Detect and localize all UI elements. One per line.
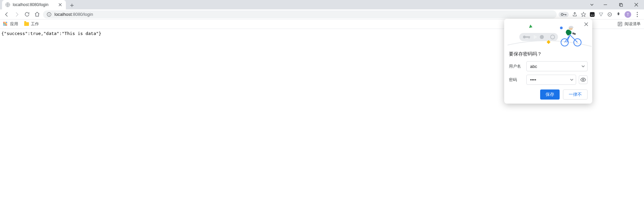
toolbar: localhost:8080/login T (0, 9, 644, 20)
bookmark-star-icon[interactable] (581, 12, 586, 17)
url-text: localhost:8080/login (54, 12, 93, 17)
svg-point-6 (591, 14, 592, 15)
username-label: 用户名 (509, 64, 523, 69)
reading-list-button[interactable]: 阅读清单 (617, 21, 641, 27)
browser-tab[interactable]: localhost:8080/login (2, 0, 66, 9)
svg-rect-2 (620, 4, 622, 6)
tabs-dropdown-icon[interactable] (586, 0, 598, 9)
dialog-illustration (504, 19, 592, 49)
reload-button[interactable] (23, 10, 31, 18)
svg-rect-25 (572, 32, 576, 35)
profile-avatar[interactable]: T (625, 11, 631, 18)
site-info-icon[interactable] (46, 12, 52, 17)
forward-button[interactable] (13, 10, 21, 18)
back-button[interactable] (3, 10, 11, 18)
reading-list-label: 阅读清单 (625, 21, 641, 27)
extension-icon[interactable] (590, 12, 595, 17)
new-tab-button[interactable] (68, 1, 76, 9)
svg-point-15 (523, 36, 526, 38)
apps-grid-icon (3, 22, 8, 27)
tab-title: localhost:8080/login (13, 2, 55, 7)
svg-point-12 (637, 16, 638, 17)
apps-shortcut[interactable]: 应用 (3, 21, 18, 27)
svg-point-11 (637, 14, 638, 15)
home-button[interactable] (33, 10, 41, 18)
bookmark-folder-work[interactable]: 工作 (24, 21, 39, 27)
close-tab-icon[interactable] (58, 2, 63, 7)
save-button[interactable]: 保存 (540, 89, 560, 100)
svg-point-7 (593, 14, 594, 15)
menu-dots-icon[interactable] (635, 12, 640, 17)
show-password-icon[interactable] (579, 75, 588, 84)
toolbar-right: T (559, 11, 641, 18)
apps-label: 应用 (10, 21, 18, 27)
password-label: 密码 (509, 77, 523, 83)
folder-label: 工作 (31, 21, 39, 27)
svg-point-26 (582, 79, 584, 81)
password-input[interactable] (526, 75, 576, 85)
svg-point-20 (560, 27, 563, 29)
extension-target-icon[interactable] (607, 12, 612, 17)
never-button[interactable]: 一律不 (563, 89, 588, 100)
save-password-dialog: 要保存密码吗？ 用户名 密码 保存 一律不 (504, 19, 592, 104)
username-input[interactable] (526, 61, 588, 71)
svg-rect-5 (590, 12, 595, 17)
minimize-button[interactable] (598, 0, 613, 9)
address-bar[interactable]: localhost:8080/login (43, 10, 557, 18)
svg-point-18 (540, 35, 544, 39)
close-window-button[interactable] (629, 0, 644, 9)
window-controls (586, 0, 644, 9)
globe-icon (5, 2, 10, 7)
folder-icon (24, 22, 29, 26)
reading-list-icon (617, 22, 622, 27)
svg-rect-17 (529, 36, 529, 39)
maximize-button[interactable] (613, 0, 629, 9)
svg-point-10 (637, 12, 638, 13)
extensions-puzzle-icon[interactable] (616, 12, 621, 17)
tab-strip: localhost:8080/login (0, 0, 644, 9)
svg-point-9 (609, 14, 610, 15)
svg-point-4 (561, 13, 563, 15)
extension-v-icon[interactable] (598, 12, 604, 17)
share-icon[interactable] (572, 12, 577, 17)
password-key-icon[interactable] (559, 12, 569, 17)
dialog-title: 要保存密码吗？ (509, 51, 588, 57)
